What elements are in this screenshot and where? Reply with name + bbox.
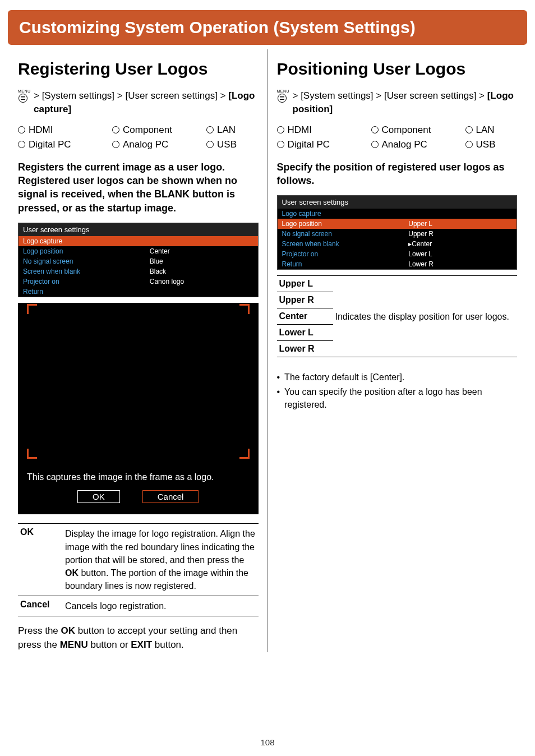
input-source: HDMI: [277, 125, 371, 136]
frame-corner-bl: [27, 449, 37, 459]
input-source: LAN: [206, 125, 258, 136]
menu-row-label: Return: [282, 260, 409, 268]
input-source: HDMI: [18, 125, 112, 136]
radio-icon: [277, 126, 284, 133]
input-label: HDMI: [29, 125, 53, 136]
pos-lower-l: Lower L: [277, 325, 333, 341]
input-label: Component: [382, 125, 431, 136]
column-right: Positioning User Logos MENU > [System se…: [268, 49, 522, 652]
menu-icon: MENU: [277, 90, 288, 102]
menu-row: Logo capture: [278, 209, 517, 219]
radio-icon: [465, 126, 473, 133]
menu-row: Logo positionCenter: [19, 246, 258, 256]
menu-row-label: Return: [23, 288, 150, 296]
menu-row: No signal screenUpper R: [278, 229, 517, 239]
cancel-button[interactable]: Cancel: [142, 490, 199, 503]
menu-path-row: MENU > [System settings] > [User screen …: [277, 89, 518, 117]
closing-exit: EXIT: [131, 639, 152, 650]
def-key: Cancel: [18, 596, 63, 616]
menu-row-label: Logo capture: [282, 210, 409, 218]
heading-registering: Registering User Logos: [18, 59, 259, 79]
menu-row-label: Screen when blank: [282, 240, 409, 248]
menu-row-value: [150, 237, 253, 245]
radio-icon: [371, 126, 379, 133]
menu-row-label: Logo position: [282, 220, 409, 228]
radio-icon: [18, 126, 25, 133]
pos-desc: Indicates the display position for user …: [333, 276, 518, 357]
def-desc: Cancels logo registration.: [63, 596, 259, 616]
def-key: OK: [18, 524, 63, 596]
input-sources-grid: HDMIComponentLANDigital PCAnalog PCUSB: [18, 125, 259, 150]
menu-row-value: Black: [150, 268, 253, 275]
menu-row: Logo positionUpper L: [278, 219, 517, 229]
input-source: Component: [371, 125, 465, 136]
menu-row-label: Projector on: [23, 278, 150, 285]
capture-caption: This captures the image in the frame as …: [18, 460, 259, 487]
footnote-text: The factory default is [Center].: [284, 371, 404, 384]
feature-summary: Registers the current image as a user lo…: [18, 160, 259, 215]
menu-row-value: Blue: [150, 257, 253, 265]
footnote: •You can specify the position after a lo…: [277, 385, 518, 411]
input-source: Digital PC: [18, 139, 112, 150]
radio-icon: [371, 141, 379, 148]
menu-title: User screen settings: [19, 223, 258, 236]
menu-row-value: Lower L: [408, 250, 512, 258]
closing-ok: OK: [61, 625, 76, 636]
menu-row-value: [408, 210, 512, 218]
radio-icon: [465, 141, 473, 148]
menu-path-prefix: > [System settings] > [User screen setti…: [293, 90, 487, 101]
footnotes: •The factory default is [Center].•You ca…: [277, 371, 518, 411]
menu-path-prefix: > [System settings] > [User screen setti…: [34, 90, 228, 101]
input-label: LAN: [476, 125, 495, 136]
menu-row: ReturnLower R: [278, 259, 517, 269]
input-label: Component: [123, 125, 172, 136]
input-label: Digital PC: [29, 139, 71, 150]
closing-text: Press the OK button to accept your setti…: [18, 624, 259, 652]
menu-row-value: Upper R: [408, 230, 512, 238]
menu-row-value: Lower R: [408, 260, 512, 268]
ok-button[interactable]: OK: [77, 490, 120, 503]
menu-icon: MENU: [18, 90, 29, 102]
definition-table: OKDisplay the image for logo registratio…: [18, 523, 259, 616]
input-label: HDMI: [288, 125, 312, 136]
logo-capture-preview: This captures the image in the frame as …: [18, 303, 259, 514]
menu-rows: Logo captureLogo positionUpper LNo signa…: [278, 209, 517, 269]
input-label: LAN: [217, 125, 236, 136]
input-source: Component: [112, 125, 206, 136]
menu-row: Projector onLower L: [278, 249, 517, 259]
radio-icon: [112, 126, 119, 133]
pos-upper-l: Upper L: [277, 276, 333, 292]
menu-row: Logo capture: [19, 236, 258, 246]
input-label: Analog PC: [382, 139, 427, 150]
radio-icon: [277, 141, 284, 148]
radio-icon: [18, 141, 25, 148]
capture-frame: [26, 303, 251, 460]
menu-row-value: [150, 288, 253, 296]
menu-row-value: Upper L: [408, 220, 512, 228]
capture-buttons: OK Cancel: [18, 487, 259, 514]
frame-corner-br: [239, 449, 250, 459]
input-source: USB: [465, 139, 517, 150]
bullet-icon: •: [277, 385, 280, 411]
frame-corner-tl: [27, 304, 37, 314]
pos-upper-r: Upper R: [277, 292, 333, 308]
menu-row-label: Screen when blank: [23, 268, 150, 275]
menu-rows: Logo captureLogo positionCenterNo signal…: [19, 236, 258, 297]
pos-center: Center: [277, 308, 333, 325]
input-label: Digital PC: [288, 139, 330, 150]
menu-row: Screen when blankBlack: [19, 266, 258, 276]
menu-row-label: Projector on: [282, 250, 409, 258]
menu-row: Projector onCanon logo: [19, 276, 258, 287]
def-desc: Display the image for logo registration.…: [63, 524, 259, 596]
menu-row-value: Center: [150, 247, 253, 255]
menu-row-value: Canon logo: [150, 278, 253, 285]
frame-corner-tr: [239, 304, 250, 314]
radio-icon: [112, 141, 119, 148]
input-source: Analog PC: [112, 139, 206, 150]
user-screen-settings-menu: User screen settings Logo captureLogo po…: [277, 195, 518, 270]
menu-path-text: > [System settings] > [User screen setti…: [34, 89, 259, 117]
menu-path-text: > [System settings] > [User screen setti…: [293, 89, 518, 117]
bullet-icon: •: [277, 371, 280, 384]
user-screen-settings-menu: User screen settings Logo captureLogo po…: [18, 223, 259, 297]
closing-menu: MENU: [60, 639, 88, 650]
